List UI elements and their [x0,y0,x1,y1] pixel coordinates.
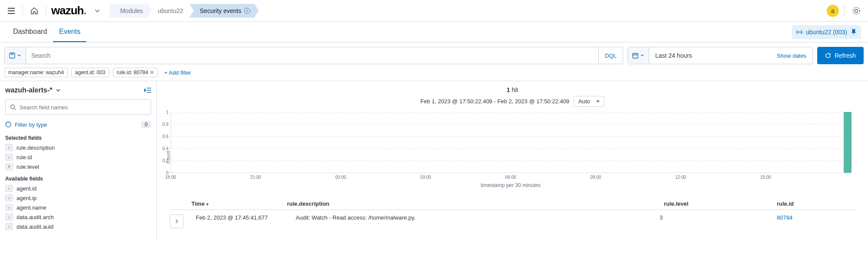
broadcast-icon [796,29,802,35]
agent-badge-label: ubuntu22 (003) [806,29,847,36]
histogram-chart: Count 00.20.40.60.81 18:0021:0000:0003:0… [157,108,868,189]
cell-time: Feb 2, 2023 @ 17:45:41.677 [196,214,291,221]
field-type-badge: t [5,194,13,201]
field-item[interactable]: trule.id [5,152,151,162]
search-icon [10,104,16,110]
svg-point-2 [799,31,800,32]
chevron-down-icon[interactable] [56,88,61,93]
hamburger-menu-icon[interactable] [5,5,17,16]
col-description[interactable]: rule.description [287,200,664,207]
interval-select[interactable]: Auto [574,96,604,107]
collapse-sidebar-icon[interactable] [144,87,151,93]
histogram-bar[interactable] [844,112,851,173]
breadcrumb-agent[interactable]: ubuntu22 [152,4,189,18]
field-name: agent.ip [17,195,36,201]
svg-point-0 [853,7,860,14]
col-ruleid[interactable]: rule.id [777,200,855,207]
show-dates-link[interactable]: Show dates [771,53,812,59]
breadcrumb-security-events[interactable]: Security events i [189,4,259,18]
field-search-input[interactable] [20,104,146,111]
tab-events[interactable]: Events [53,22,86,42]
field-name: data.audit.auid [17,223,53,230]
pin-icon[interactable] [851,29,857,35]
filter-icon [5,122,11,128]
date-picker: Last 24 hours Show dates [627,47,813,64]
saved-query-button[interactable] [5,47,26,64]
field-name: agent.name [17,204,46,211]
index-pattern-name[interactable]: wazuh-alerts-* [5,86,52,94]
table-row: Feb 2, 2023 @ 17:45:41.677Audit: Watch -… [170,210,855,233]
filter-pill[interactable]: manager.name: wazuh4 [4,68,68,77]
breadcrumb-modules[interactable]: Modules [110,4,152,18]
field-item[interactable]: trule.description [5,143,151,152]
field-type-badge: # [5,163,13,170]
search-row: DQL Last 24 hours Show dates Refresh [0,43,868,64]
col-time[interactable]: Time▾ [191,200,287,207]
field-type-badge: t [5,185,13,192]
main: wazuh-alerts-* Filter by type 0 Selected… [0,81,868,241]
x-axis-label: timestamp per 30 minutes [171,181,851,189]
subnav-tabs: Dashboard Events ubuntu22 (003) [0,22,868,43]
calendar-icon[interactable] [628,47,649,64]
field-type-badge: t [5,154,13,161]
home-icon[interactable] [28,5,40,17]
chevron-down-icon[interactable] [92,5,103,16]
hit-count: 1 hit [157,85,868,95]
tab-dashboard[interactable]: Dashboard [7,22,53,42]
search-input[interactable] [26,52,598,59]
field-name: data.audit.arch [17,214,54,220]
field-name: rule.id [17,154,32,161]
filter-type-count: 0 [141,121,151,128]
svg-rect-4 [633,53,638,58]
field-name: agent.id [17,185,36,192]
filter-pill[interactable]: agent.id: 003 [71,68,109,77]
selected-fields-header: Selected fields [5,131,151,143]
field-type-badge: t [5,223,13,230]
field-item[interactable]: #rule.level [5,162,151,171]
svg-rect-3 [10,53,15,58]
user-avatar[interactable]: a [827,5,839,17]
filter-row: manager.name: wazuh4 agent.id: 003 rule.… [0,64,868,81]
cell-ruleid[interactable]: 80784 [777,214,855,221]
field-name: rule.description [17,144,55,151]
field-item[interactable]: tagent.id [5,184,151,193]
cell-description: Audit: Watch - Read access: /home/malwar… [296,214,655,221]
help-icon[interactable] [850,4,863,17]
refresh-button[interactable]: Refresh [817,47,864,64]
field-name: rule.level [17,164,39,170]
filter-by-type[interactable]: Filter by type 0 [5,118,151,131]
expand-row-button[interactable] [170,214,184,228]
field-search[interactable] [5,99,151,115]
wazuh-logo[interactable]: wazuh. [51,4,86,17]
sort-desc-icon: ▾ [206,202,208,207]
date-range-label[interactable]: Last 24 hours [649,52,771,59]
close-icon[interactable]: ✕ [150,69,154,76]
dql-toggle[interactable]: DQL [598,47,623,64]
breadcrumb: Modules ubuntu22 Security events i [110,4,259,18]
separator [23,6,23,16]
field-item[interactable]: tagent.name [5,203,151,212]
add-filter-button[interactable]: + Add filter [164,69,191,76]
top-bar: wazuh. Modules ubuntu22 Security events … [0,0,868,22]
search-box: DQL [4,47,623,64]
svg-point-5 [11,105,15,109]
field-item[interactable]: tdata.audit.arch [5,212,151,222]
col-level[interactable]: rule.level [664,200,777,207]
agent-badge[interactable]: ubuntu22 (003) [792,25,861,39]
field-item[interactable]: tdata.audit.auid [5,222,151,231]
field-item[interactable]: tagent.ip [5,193,151,203]
separator [46,6,46,16]
info-icon[interactable]: i [244,8,250,14]
filter-type-label: Filter by type [15,122,47,128]
refresh-label: Refresh [835,52,856,59]
time-range-text: Feb 1, 2023 @ 17:50:22.409 - Feb 2, 2023… [157,95,868,108]
separator [844,6,845,16]
available-fields-header: Available fields [5,171,151,184]
cell-level: 3 [660,214,772,221]
field-type-badge: t [5,204,13,211]
table-header: Time▾ rule.description rule.level rule.i… [170,198,855,210]
breadcrumb-label: Security events [200,7,241,14]
field-type-badge: t [5,144,13,151]
filter-pill[interactable]: rule.id: 80784✕ [113,68,158,77]
results-panel: 1 hit Feb 1, 2023 @ 17:50:22.409 - Feb 2… [156,81,868,241]
